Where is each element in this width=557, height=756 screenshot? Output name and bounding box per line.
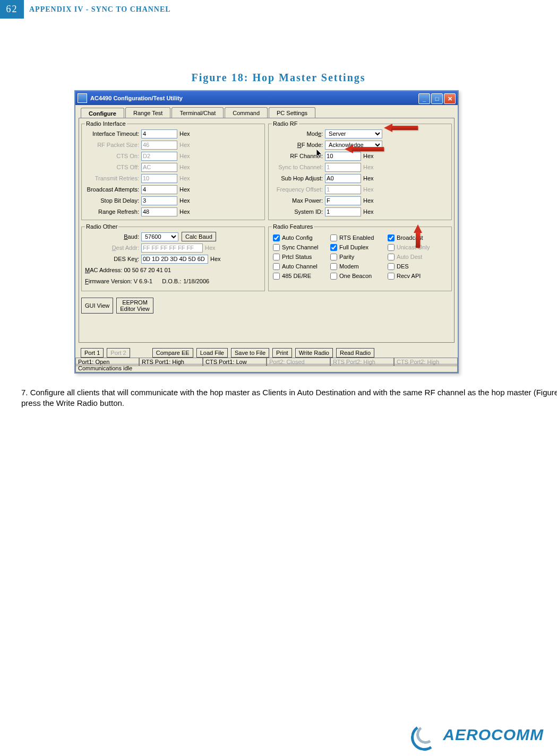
logo-text: AEROCOMM [443, 726, 544, 744]
figure-title: Figure 18: Hop Master Settings [0, 72, 557, 84]
des-key-unit: Hex [210, 256, 221, 262]
compare-ee-button[interactable]: Compare EE [152, 348, 193, 358]
status-bar-2: Communications idle [75, 364, 458, 372]
ri-label-1: RF Packet Size: [85, 142, 141, 148]
rf-mode-label: RF Mode: [272, 142, 325, 148]
ri-input-6[interactable] [141, 196, 177, 205]
feat-feat-c1-3[interactable]: Auto Channel [273, 262, 330, 271]
ri-input-3[interactable] [141, 163, 177, 172]
feat-check-feat-c3-0[interactable] [388, 234, 395, 241]
feat-label-feat-c1-2: Prtcl Status [282, 254, 312, 260]
feat-check-feat-c2-0[interactable] [330, 234, 337, 241]
ri-unit-2: Hex [179, 153, 190, 159]
feat-feat-c3-1: Unicast Only [388, 242, 441, 252]
feat-check-feat-c2-3[interactable] [330, 263, 337, 270]
feat-feat-c3-4[interactable]: Recv API [388, 271, 441, 281]
rf-input-1[interactable] [325, 163, 361, 172]
feat-feat-c1-0[interactable]: Auto Config [273, 233, 330, 242]
rf-unit-4: Hex [363, 197, 374, 204]
write-radio-button[interactable]: Write Radio [295, 348, 333, 358]
rf-unit-0: Hex [363, 153, 374, 159]
ri-input-5[interactable] [141, 185, 177, 194]
feat-label-feat-c1-3: Auto Channel [282, 263, 318, 270]
feat-check-feat-c3-4[interactable] [388, 273, 395, 280]
feat-check-feat-c2-1[interactable] [330, 244, 337, 251]
dest-addr-input[interactable] [141, 244, 203, 253]
feat-label-feat-c2-4: One Beacon [339, 273, 372, 279]
feat-label-feat-c3-4: Recv API [397, 273, 421, 279]
dest-addr-unit: Hex [205, 245, 216, 251]
print-button[interactable]: Print [272, 348, 292, 358]
feat-check-feat-c1-0[interactable] [273, 234, 280, 241]
ri-unit-7: Hex [179, 208, 190, 215]
eeprom-editor-button[interactable]: EEPROM Editor View [116, 298, 153, 314]
feat-feat-c1-1[interactable]: Sync Channel [273, 242, 330, 252]
dob-label: D.O.B.: [162, 278, 181, 284]
ri-unit-5: Hex [179, 186, 190, 193]
ri-unit-6: Hex [179, 197, 190, 204]
rf-input-0[interactable] [325, 152, 361, 161]
port1-button[interactable]: Port 1 [81, 348, 104, 358]
tab-terminal[interactable]: Terminal/Chat [172, 107, 224, 118]
rf-input-3[interactable] [325, 185, 361, 194]
feat-feat-c2-0[interactable]: RTS Enabled [330, 233, 388, 242]
feat-check-feat-c1-1[interactable] [273, 244, 280, 251]
feat-feat-c1-4[interactable]: 485 DE/RE [273, 271, 330, 281]
feat-feat-c2-3[interactable]: Modem [330, 262, 388, 271]
baud-label: Baud: [85, 233, 141, 240]
radio-other-group: Radio Other Baud: 57600 Calc Baud Dest A… [81, 223, 265, 291]
feat-check-feat-c1-2[interactable] [273, 254, 280, 260]
tab-content: Radio Interface Interface Timeout: Hex R… [79, 118, 455, 343]
rf-input-5[interactable] [325, 207, 361, 216]
maximize-button[interactable]: □ [431, 93, 443, 104]
minimize-button[interactable]: _ [418, 93, 430, 104]
load-file-button[interactable]: Load File [196, 348, 228, 358]
feat-feat-c1-2[interactable]: Prtcl Status [273, 252, 330, 262]
rf-unit-5: Hex [363, 208, 374, 215]
gui-view-button[interactable]: GUI View [81, 298, 113, 314]
ri-label-7: Range Refresh: [85, 208, 141, 215]
calc-baud-button[interactable]: Calc Baud [182, 232, 216, 241]
mode-label: Mode: [272, 131, 325, 137]
ri-input-4[interactable] [141, 174, 177, 183]
feat-check-feat-c2-2[interactable] [330, 254, 337, 260]
bottom-button-row: Port 1 Port 2 Compare EE Load File Save … [81, 348, 452, 358]
feat-label-feat-c2-3: Modem [339, 263, 359, 270]
ri-input-0[interactable] [141, 129, 177, 138]
rf-input-4[interactable] [325, 196, 361, 205]
tab-range-test[interactable]: Range Test [125, 107, 170, 118]
tab-command[interactable]: Command [225, 107, 268, 118]
des-key-input[interactable] [141, 255, 208, 264]
window-title: AC4490 Configuration/Test Utility [90, 95, 183, 101]
port2-button[interactable]: Port 2 [107, 348, 130, 358]
radio-features-legend: Radio Features [272, 223, 314, 230]
feat-check-feat-c3-1 [388, 244, 395, 251]
feat-check-feat-c1-4[interactable] [273, 273, 280, 280]
fw-value: V 6.9-1 [134, 278, 152, 284]
close-button[interactable]: ✕ [444, 93, 456, 104]
feat-label-feat-c2-1: Full Duplex [339, 244, 369, 250]
feat-feat-c2-4[interactable]: One Beacon [330, 271, 388, 281]
tab-pc-settings[interactable]: PC Settings [269, 107, 315, 118]
tab-configure[interactable]: Configure [81, 108, 124, 118]
feat-feat-c2-1[interactable]: Full Duplex [330, 242, 388, 252]
feat-label-feat-c1-1: Sync Channel [282, 244, 319, 250]
ri-input-1[interactable] [141, 141, 177, 150]
ri-input-2[interactable] [141, 152, 177, 161]
save-to-file-button[interactable]: Save to File [231, 348, 269, 358]
mode-select[interactable]: Server [325, 129, 382, 138]
read-radio-button[interactable]: Read Radio [336, 348, 374, 358]
feat-check-feat-c3-3[interactable] [388, 263, 395, 270]
feat-check-feat-c1-3[interactable] [273, 263, 280, 270]
baud-select[interactable]: 57600 [141, 232, 178, 241]
feat-label-feat-c3-3: DES [397, 263, 409, 270]
feat-feat-c3-3[interactable]: DES [388, 262, 441, 271]
fw-label: Firmware Version: [85, 278, 134, 284]
ri-input-7[interactable] [141, 207, 177, 216]
rf-unit-1: Hex [363, 164, 374, 170]
feat-feat-c3-0[interactable]: Broadcast [388, 233, 441, 242]
rf-unit-2: Hex [363, 175, 374, 181]
rf-input-2[interactable] [325, 174, 361, 183]
feat-feat-c2-2[interactable]: Parity [330, 252, 388, 262]
feat-check-feat-c2-4[interactable] [330, 273, 337, 280]
